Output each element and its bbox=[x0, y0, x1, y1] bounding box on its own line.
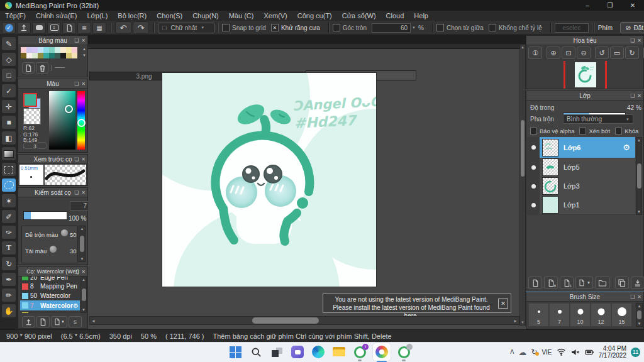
duplicate-layer-button[interactable] bbox=[615, 277, 629, 289]
tray-chevron-icon[interactable]: ᐱ bbox=[510, 349, 514, 355]
scrollbar-thumb[interactable] bbox=[637, 310, 641, 319]
load-color-knob[interactable] bbox=[50, 246, 57, 253]
menu-window[interactable]: Cửa sổ(W) bbox=[337, 12, 381, 19]
foreground-color-swatch[interactable] bbox=[23, 93, 37, 107]
popout-icon[interactable]: ❏ bbox=[74, 38, 79, 43]
clipping-checkbox[interactable] bbox=[579, 128, 586, 134]
palette-swatch[interactable] bbox=[49, 47, 55, 53]
close-panel-icon[interactable]: ✕ bbox=[637, 93, 641, 99]
hand-tool[interactable]: ✋ bbox=[2, 304, 16, 317]
scrollbar-thumb[interactable] bbox=[637, 163, 641, 189]
menu-filter[interactable]: Bộ lọc(R) bbox=[113, 12, 152, 19]
brush-settings-gear-icon[interactable]: ⚙ bbox=[73, 302, 79, 309]
shape-brush-tool[interactable]: □ bbox=[2, 69, 16, 82]
move-tool[interactable]: ✛ bbox=[2, 100, 16, 113]
fit-screen-button[interactable]: ⊡ bbox=[562, 47, 575, 59]
rotate-ccw-button[interactable]: ↺ bbox=[595, 47, 609, 59]
layer-visibility-toggle[interactable] bbox=[527, 137, 540, 158]
palette-delete-button[interactable] bbox=[36, 62, 48, 74]
add-8bit-layer-button[interactable]: 8 bbox=[544, 277, 558, 289]
app-green-1-button[interactable]: T bbox=[352, 344, 367, 359]
color-mode-button-1[interactable] bbox=[23, 142, 35, 149]
brush-row[interactable]: 8 Mapping Pen bbox=[20, 282, 80, 291]
layer-visibility-toggle[interactable] bbox=[527, 158, 540, 177]
close-panel-icon[interactable]: ✕ bbox=[81, 190, 86, 195]
file-explorer-button[interactable] bbox=[331, 344, 347, 359]
scroll-down-arrow[interactable]: ▼ bbox=[521, 321, 525, 324]
minimize-button[interactable]: – bbox=[576, 0, 599, 11]
chat-button[interactable]: ≡ bbox=[47, 22, 61, 34]
close-panel-icon[interactable]: ✕ bbox=[81, 269, 86, 275]
settings-list-button[interactable]: ≣ bbox=[77, 22, 91, 34]
notification-close-button[interactable]: ✕ bbox=[498, 299, 508, 309]
menu-select[interactable]: Chọn(S) bbox=[152, 12, 187, 19]
comment-button[interactable] bbox=[32, 22, 46, 34]
edge-browser-button[interactable] bbox=[311, 344, 326, 359]
material-panel-button[interactable]: ▦ bbox=[92, 22, 106, 34]
protect-alpha-checkbox[interactable] bbox=[530, 128, 537, 134]
sync-icon[interactable]: ↻ bbox=[531, 348, 537, 356]
close-panel-icon[interactable]: ✕ bbox=[81, 38, 86, 43]
magic-wand-tool[interactable]: ✶ bbox=[2, 194, 16, 207]
popout-icon[interactable]: ❏ bbox=[74, 269, 79, 275]
brush-size-scrollbar[interactable]: ▲▼ bbox=[636, 303, 643, 327]
palette-swatch[interactable] bbox=[66, 53, 72, 58]
palette-swatch[interactable] bbox=[32, 47, 38, 53]
palette-down-arrow[interactable]: ▼ bbox=[82, 53, 86, 57]
brush-size-7[interactable]: 7 bbox=[549, 303, 570, 327]
layer-row-lop3[interactable]: Lớp3 bbox=[527, 177, 635, 196]
undo-button[interactable]: ↶ bbox=[115, 21, 131, 34]
brush-width-value[interactable]: 7 bbox=[70, 201, 90, 211]
select-from-center-checkbox[interactable] bbox=[436, 24, 444, 31]
corner-radius-input[interactable]: 60 bbox=[372, 23, 411, 33]
unit-dropdown-arrow[interactable]: ▼ bbox=[412, 26, 416, 30]
add-layer-button[interactable] bbox=[528, 277, 542, 289]
brush-row-selected[interactable]: 7 Watercolor ⚙ bbox=[20, 300, 80, 310]
close-panel-icon[interactable]: ✕ bbox=[81, 156, 86, 162]
menu-view[interactable]: Xem(V) bbox=[258, 12, 292, 19]
popout-icon[interactable]: ❏ bbox=[630, 294, 635, 300]
popout-icon[interactable]: ❏ bbox=[74, 156, 79, 162]
select-tool[interactable]: ■ bbox=[2, 116, 16, 129]
publish-button[interactable] bbox=[17, 22, 31, 34]
redo-button[interactable]: ↷ bbox=[133, 21, 149, 34]
brush-add-type-button[interactable]: ▼ bbox=[51, 316, 67, 327]
palette-swatch[interactable] bbox=[60, 47, 66, 53]
scrollbar-thumb[interactable] bbox=[82, 288, 86, 301]
select-shape-dropdown[interactable]: ⬚ Chữ nhật ▼ bbox=[158, 23, 214, 33]
brush-size-15[interactable]: 15 bbox=[611, 303, 632, 327]
canvas-hscrollbar[interactable]: ◄ ► bbox=[89, 316, 519, 325]
medibang-taskbar-button[interactable] bbox=[373, 343, 391, 361]
wifi-icon[interactable] bbox=[557, 348, 566, 357]
close-button[interactable]: ✕ bbox=[621, 0, 644, 11]
canvas-document[interactable]: ƆAngel OᴗO #Hd247 bbox=[162, 73, 376, 287]
palette-swatch[interactable] bbox=[38, 53, 43, 58]
palette-swatch[interactable] bbox=[72, 53, 77, 58]
palette-up-arrow[interactable]: ▲ bbox=[82, 47, 86, 51]
vscroll-thumb[interactable] bbox=[521, 120, 525, 177]
menu-layer[interactable]: Lớp(L) bbox=[82, 12, 113, 19]
rounded-corner-checkbox[interactable] bbox=[333, 24, 340, 31]
brush-upload-button[interactable] bbox=[22, 316, 35, 327]
layer-row-lop6[interactable]: Lớp6 ⚙ bbox=[527, 137, 635, 158]
task-view-button[interactable] bbox=[269, 344, 284, 359]
rotate-cw-button[interactable]: ↻ bbox=[625, 47, 639, 59]
zoom-in-button[interactable]: ⊕ bbox=[547, 47, 560, 59]
language-indicator[interactable]: VIE bbox=[541, 349, 552, 356]
taskbar-search-button[interactable] bbox=[248, 344, 264, 359]
text-tool[interactable]: T bbox=[2, 241, 16, 255]
palette-swatch[interactable] bbox=[21, 53, 26, 58]
palette-swatch[interactable] bbox=[49, 53, 55, 58]
palette-swatch[interactable] bbox=[26, 53, 32, 58]
palette-new-button[interactable] bbox=[22, 62, 35, 74]
reset-rotation-button[interactable]: ▭ bbox=[610, 47, 624, 59]
menu-edit[interactable]: Chỉnh sửa(E) bbox=[31, 12, 82, 19]
brush-add-button[interactable] bbox=[36, 316, 50, 327]
menu-help[interactable]: Help bbox=[409, 12, 433, 19]
notification-count-badge[interactable]: 11 bbox=[631, 348, 640, 357]
maximize-button[interactable]: ❐ bbox=[599, 0, 621, 11]
close-panel-icon[interactable]: ✕ bbox=[81, 81, 86, 87]
layer-visibility-toggle[interactable] bbox=[527, 195, 540, 214]
select-eraser-tool[interactable]: ✑ bbox=[2, 226, 16, 239]
blend-mode-dropdown[interactable]: Bình thường ▼ bbox=[563, 114, 633, 124]
